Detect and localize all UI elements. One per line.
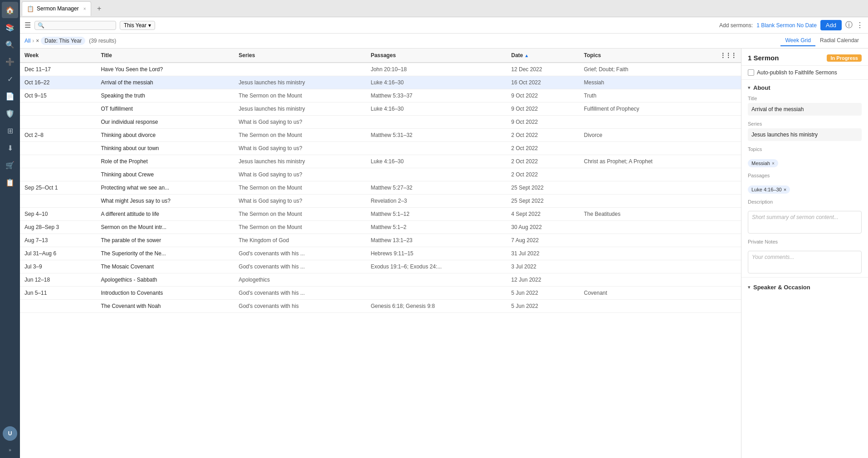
table-row[interactable]: Jun 5–11 Introduction to Covenants God's… [20, 287, 741, 300]
user-avatar[interactable]: U [3, 426, 17, 441]
table-row[interactable]: Oct 2–8 Thinking about divorce The Sermo… [20, 129, 741, 142]
cell-title[interactable]: What might Jesus say to us? [96, 195, 234, 208]
date-filter-chip[interactable]: Date: This Year [41, 37, 85, 45]
cell-date: 12 Jun 2022 [507, 273, 579, 287]
private-notes-field-row: Private Notes [741, 237, 868, 250]
topic-tag-remove-icon[interactable]: × [772, 161, 775, 166]
table-row[interactable]: Jul 3–9 The Mosaic Covenant God's covena… [20, 260, 741, 273]
title-field-value[interactable]: Arrival of the messiah [748, 103, 862, 116]
about-section-header[interactable]: ▾ About [741, 80, 868, 94]
auto-publish-checkbox[interactable] [748, 69, 754, 76]
week-grid-view-button[interactable]: Week Grid [780, 35, 815, 46]
cell-title[interactable]: Sermon on the Mount intr... [96, 221, 234, 234]
cell-title[interactable]: Arrival of the messiah [96, 76, 234, 89]
hamburger-button[interactable]: ☰ [24, 21, 31, 29]
blank-sermon-link[interactable]: 1 Blank Sermon No Date [756, 22, 817, 29]
new-tab-button[interactable]: + [93, 2, 106, 15]
sidebar-item-home[interactable]: 🏠 [2, 2, 18, 18]
cell-title[interactable]: Protecting what we see an... [96, 181, 234, 195]
table-row[interactable]: Aug 7–13 The parable of the sower The Ki… [20, 234, 741, 247]
table-row[interactable]: What might Jesus say to us? What is God … [20, 195, 741, 208]
table-row[interactable]: Oct 9–15 Speaking the truth The Sermon o… [20, 89, 741, 102]
table-row[interactable]: The Covenant with Noah God's covenants w… [20, 300, 741, 313]
auto-publish-label[interactable]: Auto-publish to Faithlife Sermons [757, 69, 837, 76]
col-header-passages[interactable]: Passages [366, 49, 507, 63]
auto-publish-row[interactable]: Auto-publish to Faithlife Sermons [741, 66, 868, 80]
date-filter-dropdown[interactable]: This Year ▾ [120, 21, 155, 30]
col-header-topics[interactable]: Topics [580, 49, 716, 63]
cell-series: The Sermon on the Mount [234, 221, 366, 234]
cell-title[interactable]: Introduction to Covenants [96, 287, 234, 300]
sidebar-item-shield[interactable]: 🛡️ [2, 105, 18, 122]
cell-title[interactable]: OT fulfillment [96, 102, 234, 116]
cell-title[interactable]: Thinking about our town [96, 142, 234, 155]
table-row[interactable]: Aug 28–Sep 3 Sermon on the Mount intr...… [20, 221, 741, 234]
cell-title[interactable]: The parable of the sower [96, 234, 234, 247]
table-row[interactable]: Thinking about our town What is God sayi… [20, 142, 741, 155]
cell-date: 30 Aug 2022 [507, 221, 579, 234]
remove-filter-icon[interactable]: × [36, 38, 39, 44]
radial-calendar-view-button[interactable]: Radial Calendar [815, 35, 863, 46]
cell-topics: Messiah [580, 76, 716, 89]
sidebar-item-grid[interactable]: ⊞ [2, 122, 18, 139]
add-button[interactable]: Add [820, 20, 842, 30]
search-box[interactable]: 🔍 [34, 21, 116, 30]
sidebar-item-search[interactable]: 🔍 [2, 36, 18, 53]
col-header-series[interactable]: Series [234, 49, 366, 63]
cell-title[interactable]: The Mosaic Covenant [96, 260, 234, 273]
series-field-value[interactable]: Jesus launches his ministry [748, 128, 862, 141]
sidebar-item-library[interactable]: 📚 [2, 19, 18, 35]
cell-passages: Matthew 5:31–32 [366, 129, 507, 142]
topic-tag-messiah[interactable]: Messiah × [748, 159, 778, 167]
description-textarea[interactable]: Short summary of sermon content... [748, 211, 862, 234]
cell-topics [580, 116, 716, 129]
cell-series: God's covenants with his ... [234, 247, 366, 260]
cell-title[interactable]: The Covenant with Noah [96, 300, 234, 313]
col-header-date[interactable]: Date ▲ [507, 49, 579, 63]
cell-week [20, 195, 96, 208]
speaker-section-header[interactable]: ▾ Speaker & Occasion [741, 279, 868, 293]
sidebar-item-download[interactable]: ⬇ [2, 140, 18, 156]
cell-title[interactable]: Role of the Prophet [96, 155, 234, 168]
table-row[interactable]: Role of the Prophet Jesus launches his m… [20, 155, 741, 168]
sidebar-item-add[interactable]: ➕ [2, 54, 18, 70]
sermon-manager-tab[interactable]: 📋 Sermon Manager × [22, 1, 91, 16]
search-input[interactable] [46, 22, 101, 29]
private-notes-textarea[interactable]: Your comments... [748, 251, 862, 273]
cell-date: 31 Jul 2022 [507, 247, 579, 260]
sidebar-item-notes[interactable]: 📄 [2, 88, 18, 104]
sidebar-item-cart[interactable]: 🛒 [2, 157, 18, 173]
table-row[interactable]: Sep 25–Oct 1 Protecting what we see an..… [20, 181, 741, 195]
cell-title[interactable]: Apologethics - Sabbath [96, 273, 234, 287]
cell-title[interactable]: Thinking about divorce [96, 129, 234, 142]
table-row[interactable]: Jun 12–18 Apologethics - Sabbath Apologe… [20, 273, 741, 287]
more-options-button[interactable]: ⋮ [856, 21, 863, 29]
cell-title[interactable]: Our individual response [96, 116, 234, 129]
cell-title[interactable]: The Superiority of the Ne... [96, 247, 234, 260]
cell-passages [366, 116, 507, 129]
info-button[interactable]: ⓘ [845, 20, 853, 30]
tab-close-button[interactable]: × [83, 6, 86, 11]
table-row[interactable]: Thinking about Crewe What is God saying … [20, 168, 741, 181]
table-row[interactable]: Oct 16–22 Arrival of the messiah Jesus l… [20, 76, 741, 89]
table-row[interactable]: Sep 4–10 A different attitude to life Th… [20, 208, 741, 221]
cell-title[interactable]: Have You Seen the Lord? [96, 63, 234, 76]
cell-title[interactable]: Speaking the truth [96, 89, 234, 102]
table-row[interactable]: Jul 31–Aug 6 The Superiority of the Ne..… [20, 247, 741, 260]
cell-week: Jul 31–Aug 6 [20, 247, 96, 260]
expand-sidebar-button[interactable]: » [2, 445, 18, 454]
cell-title[interactable]: A different attitude to life [96, 208, 234, 221]
table-row[interactable]: Dec 11–17 Have You Seen the Lord? John 2… [20, 63, 741, 76]
passage-tag-remove-icon[interactable]: × [784, 187, 786, 192]
col-header-title[interactable]: Title [96, 49, 234, 63]
all-filter-link[interactable]: All [24, 38, 30, 44]
cell-week [20, 102, 96, 116]
cell-title[interactable]: Thinking about Crewe [96, 168, 234, 181]
sidebar-item-copy[interactable]: 📋 [2, 174, 18, 190]
table-row[interactable]: Our individual response What is God sayi… [20, 116, 741, 129]
table-row[interactable]: OT fulfillment Jesus launches his minist… [20, 102, 741, 116]
col-header-week[interactable]: Week [20, 49, 96, 63]
passage-tag-luke[interactable]: Luke 4:16–30 × [748, 185, 790, 194]
cell-week [20, 300, 96, 313]
sidebar-item-tasks[interactable]: ✓ [2, 71, 18, 87]
